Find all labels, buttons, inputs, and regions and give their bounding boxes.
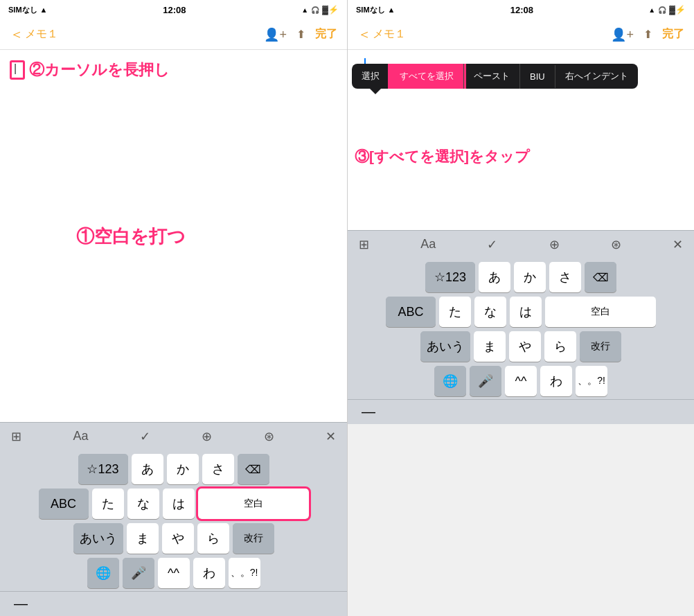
done-button-right[interactable]: 完了 (662, 27, 684, 42)
nav-back-left[interactable]: ＜ メモ１ (10, 25, 58, 44)
keyboard-rows-left: ☆123 あ か さ ⌫ ABC た な は 空白 あいう ま や ら 改行 🌐… (0, 450, 347, 591)
key-punct-right[interactable]: 、。?! (576, 366, 607, 396)
back-arrow-left: ＜ (10, 25, 24, 44)
key-aiou-left[interactable]: あいう (73, 523, 123, 554)
return-key-left[interactable]: 改行 (233, 523, 274, 554)
key-ra-right[interactable]: ら (544, 331, 576, 362)
space-key-left[interactable]: 空白 (198, 489, 309, 519)
key-ha-right[interactable]: は (510, 297, 542, 327)
key-ta-left[interactable]: た (92, 489, 124, 519)
key-123-right[interactable]: ☆123 (425, 262, 475, 292)
time-left: 12:08 (163, 5, 186, 15)
key-ha-left[interactable]: は (163, 489, 195, 519)
key-ma-left[interactable]: ま (127, 523, 159, 554)
nav-actions-right: 👤+ ⬆ 完了 (611, 27, 684, 42)
gps-icon-left: ▲ (301, 6, 308, 14)
key-123-left[interactable]: ☆123 (78, 454, 128, 484)
right-panel: SIMなし ▲ 12:08 ▲ 🎧 ▓⚡ ＜ メモ１ 👤+ ⬆ 完了 選択 (347, 0, 694, 616)
nav-actions-left: 👤+ ⬆ 完了 (264, 27, 337, 42)
done-button-left[interactable]: 完了 (315, 27, 337, 42)
check-icon-left[interactable]: ✓ (140, 429, 150, 444)
key-wa-left[interactable]: わ (193, 558, 225, 588)
plus-icon-right[interactable]: ⊕ (549, 237, 560, 252)
key-row-2-left: ABC た な は 空白 (2, 489, 345, 519)
key-caret-right[interactable]: ^^ (505, 366, 537, 396)
scribble-icon-right[interactable]: ⊛ (611, 237, 621, 252)
key-sa-left[interactable]: さ (202, 454, 234, 484)
key-punct-left[interactable]: 、。?! (229, 558, 260, 588)
status-bar-right: SIMなし ▲ 12:08 ▲ 🎧 ▓⚡ (348, 0, 694, 19)
share-icon-right[interactable]: ⬆ (643, 28, 652, 41)
key-ya-left[interactable]: や (162, 523, 194, 554)
key-row-2-right: ABC た な は 空白 (350, 297, 692, 327)
key-aiou-right[interactable]: あいう (420, 331, 470, 362)
scribble-icon-left[interactable]: ⊛ (264, 429, 274, 444)
menu-select-all[interactable]: すべてを選択 (390, 64, 464, 89)
return-key-right[interactable]: 改行 (580, 331, 621, 362)
key-na-left[interactable]: な (127, 489, 159, 519)
menu-indent[interactable]: 右へインデント (555, 64, 638, 89)
key-mic-right[interactable]: 🎤 (470, 366, 501, 396)
keyboard-toolbar-left: ⊞ Aa ✓ ⊕ ⊛ ✕ (0, 422, 347, 450)
key-na-right[interactable]: な (474, 297, 506, 327)
delete-key-right[interactable]: ⌫ (585, 262, 616, 292)
step1-annotation: ①空白を打つ (76, 225, 186, 249)
format-icon-left[interactable]: Aa (73, 429, 88, 443)
key-row-3-left: あいう ま や ら 改行 (2, 523, 345, 554)
key-sa-right[interactable]: さ (549, 262, 581, 292)
share-icon-left[interactable]: ⬆ (296, 28, 305, 41)
status-right-left: ▲ 🎧 ▓⚡ (301, 5, 339, 15)
grid-icon-left[interactable]: ⊞ (11, 429, 21, 444)
key-abc-left[interactable]: ABC (39, 489, 89, 519)
close-icon-left[interactable]: ✕ (326, 429, 336, 444)
context-menu-right[interactable]: 選択 すべてを選択 ペースト BIU 右へインデント (352, 64, 638, 94)
battery-icon-right: ▓⚡ (669, 5, 686, 15)
carrier-right: SIMなし (356, 5, 385, 15)
cursor-icon-left (10, 60, 25, 80)
grid-icon-right[interactable]: ⊞ (359, 237, 369, 252)
menu-paste[interactable]: ペースト (464, 64, 520, 89)
home-indicator-left: — (14, 596, 28, 612)
status-left-right: SIMなし ▲ (356, 5, 395, 15)
add-person-icon-right[interactable]: 👤+ (611, 27, 634, 42)
add-person-icon-left[interactable]: 👤+ (264, 27, 287, 42)
key-row-1-left: ☆123 あ か さ ⌫ (2, 454, 345, 484)
format-icon-right[interactable]: Aa (420, 237, 436, 252)
nav-back-right[interactable]: ＜ メモ１ (357, 25, 406, 44)
key-caret-left[interactable]: ^^ (158, 558, 190, 588)
context-menu-arrow (370, 89, 381, 94)
key-ka-left[interactable]: か (167, 454, 199, 484)
key-ya-right[interactable]: や (509, 331, 541, 362)
key-row-3-right: あいう ま や ら 改行 (350, 331, 692, 362)
note-content-left: ②カーソルを長押し ①空白を打つ (0, 50, 347, 422)
nav-bar-left: ＜ メモ１ 👤+ ⬆ 完了 (0, 19, 347, 50)
key-mic-left[interactable]: 🎤 (123, 558, 154, 588)
space-key-right[interactable]: 空白 (545, 297, 656, 327)
check-icon-right[interactable]: ✓ (487, 237, 497, 252)
context-menu-bar: 選択 すべてを選択 ペースト BIU 右へインデント (352, 64, 638, 89)
key-row-4-right: 🌐 🎤 ^^ わ 、。?! (350, 366, 692, 396)
key-globe-left[interactable]: 🌐 (87, 558, 119, 588)
key-a-left[interactable]: あ (132, 454, 163, 484)
home-indicator-right: — (362, 404, 375, 420)
delete-key-left[interactable]: ⌫ (238, 454, 269, 484)
nav-bar-right: ＜ メモ１ 👤+ ⬆ 完了 (348, 19, 694, 50)
status-bar-left: SIMなし ▲ 12:08 ▲ 🎧 ▓⚡ (0, 0, 347, 19)
key-ka-right[interactable]: か (514, 262, 546, 292)
menu-select[interactable]: 選択 (352, 64, 390, 89)
close-icon-right[interactable]: ✕ (673, 237, 683, 252)
menu-format[interactable]: BIU (520, 65, 555, 88)
key-a-right[interactable]: あ (479, 262, 510, 292)
key-ta-right[interactable]: た (439, 297, 471, 327)
plus-icon-left[interactable]: ⊕ (202, 429, 212, 444)
back-arrow-right: ＜ (357, 25, 371, 44)
key-wa-right[interactable]: わ (540, 366, 572, 396)
key-ma-right[interactable]: ま (474, 331, 506, 362)
bottom-bar-right: — (348, 399, 694, 424)
step2-annotation: ②カーソルを長押し (29, 60, 170, 80)
key-globe-right[interactable]: 🌐 (434, 366, 466, 396)
key-ra-left[interactable]: ら (197, 523, 229, 554)
key-abc-right[interactable]: ABC (386, 297, 436, 327)
status-right-right: ▲ 🎧 ▓⚡ (648, 5, 686, 15)
keyboard-rows-right: ☆123 あ か さ ⌫ ABC た な は 空白 あいう ま や ら 改行 🌐… (348, 258, 694, 399)
